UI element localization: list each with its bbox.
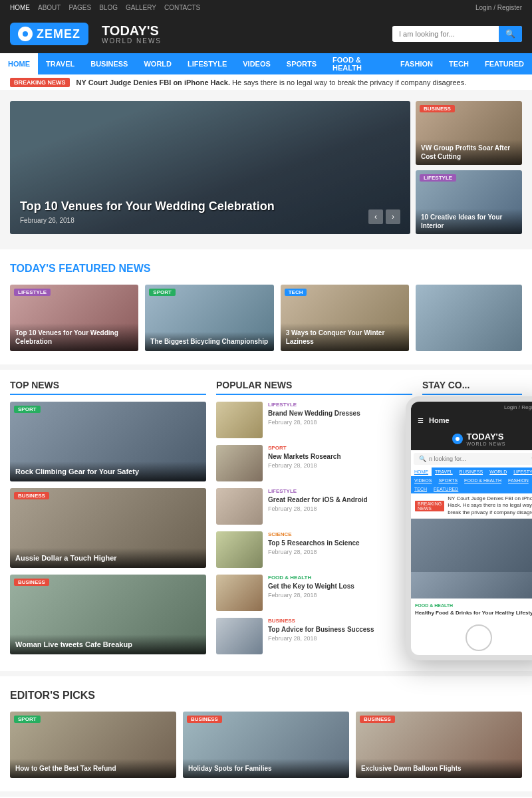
featured-card-2[interactable]: SPORT The Biggest Bicycling Championship bbox=[145, 285, 273, 351]
mob-nav-lifestyle[interactable]: LIFESTYLE bbox=[510, 467, 532, 476]
nav-lifestyle[interactable]: LIFESTYLE bbox=[180, 53, 235, 74]
featured-card-content-3: 3 Ways to Conquer Your Winter Laziness bbox=[281, 323, 409, 351]
breaking-news-bar: BREAKING NEWS NY Court Judge Denies FBI … bbox=[0, 74, 532, 91]
mob-nav-travel[interactable]: TRAVEL bbox=[432, 467, 456, 476]
popular-item-5[interactable]: FOOD & HEALTH Get the Key to Weight Loss… bbox=[216, 575, 412, 611]
popular-content-1: LIFESTYLE Brand New Wedding Dresses Febr… bbox=[268, 402, 412, 426]
nav-fashion[interactable]: FASHION bbox=[392, 53, 441, 74]
popular-news-column: POPULAR NEWS LIFESTYLE Brand New Wedding… bbox=[216, 380, 412, 661]
mob-login: Login / Register bbox=[504, 404, 532, 410]
topnav-contacts[interactable]: CONTACTS bbox=[164, 4, 200, 11]
search-input[interactable] bbox=[392, 27, 499, 41]
popular-img-5 bbox=[216, 575, 263, 611]
top-news-title: TOP NEWS bbox=[10, 380, 206, 395]
top-news-badge-3: BUSINESS bbox=[14, 579, 49, 586]
hero-prev-button[interactable]: ‹ bbox=[368, 209, 383, 224]
featured-card-4[interactable] bbox=[416, 285, 522, 351]
mob-home-button[interactable] bbox=[466, 624, 492, 651]
mob-breaking-label: BREAKING NEWS bbox=[415, 501, 444, 511]
mob-nav-food[interactable]: FOOD & HEALTH bbox=[461, 476, 505, 485]
top-news-card-1[interactable]: SPORT Rock Climbing Gear for Your Safety bbox=[10, 402, 206, 481]
mob-nav-videos[interactable]: VIDEOS bbox=[411, 476, 435, 485]
editor-content-2: Holiday Spots for Families bbox=[183, 759, 349, 778]
hero-side-cards: BUSINESS VW Group Profits Soar After Cos… bbox=[416, 101, 522, 234]
popular-item-6[interactable]: BUSINESS Top Advice for Business Success… bbox=[216, 618, 412, 654]
search-box: 🔍 bbox=[392, 26, 522, 42]
mob-logo-icon bbox=[452, 434, 463, 444]
topnav-blog[interactable]: BLOG bbox=[99, 4, 118, 11]
featured-badge-3: TECH bbox=[285, 289, 307, 296]
mob-home-bar: ☰ Home bbox=[411, 413, 532, 428]
nav-tech[interactable]: TECH bbox=[441, 53, 477, 74]
top-news-column: TOP NEWS SPORT Rock Climbing Gear for Yo… bbox=[10, 380, 206, 661]
mob-nav-sports[interactable]: SPORTS bbox=[435, 476, 461, 485]
featured-card-content-1: Top 10 Venues for Your Wedding Celebrati… bbox=[10, 323, 138, 351]
topnav-pages[interactable]: PAGES bbox=[68, 4, 91, 11]
nav-food[interactable]: FOOD & HEALTH bbox=[325, 53, 392, 74]
nav-world[interactable]: WORLD bbox=[136, 53, 180, 74]
editor-card-3[interactable]: BUSINESS Exclusive Dawn Balloon Flights bbox=[356, 712, 522, 778]
mob-content-img bbox=[411, 572, 532, 598]
nav-home[interactable]: HOME bbox=[0, 53, 38, 74]
mob-topbar: Login / Register bbox=[411, 402, 532, 413]
hero-side-card-1[interactable]: BUSINESS VW Group Profits Soar After Cos… bbox=[416, 101, 522, 165]
hero-main-title: Top 10 Venues for Your Wedding Celebrati… bbox=[20, 199, 400, 214]
topnav-about[interactable]: ABOUT bbox=[38, 4, 61, 11]
mob-nav-fashion[interactable]: FASHION bbox=[505, 476, 532, 485]
popular-img-4 bbox=[216, 531, 263, 568]
mob-navigation: HOME TRAVEL BUSINESS WORLD LIFESTYLE VID… bbox=[411, 467, 532, 493]
search-button[interactable]: 🔍 bbox=[499, 26, 522, 42]
topnav-home[interactable]: HOME bbox=[10, 4, 30, 11]
side-badge-2: LIFESTYLE bbox=[420, 174, 456, 182]
mob-header: TODAY'S WORLD NEWS bbox=[411, 428, 532, 450]
featured-card-3[interactable]: TECH 3 Ways to Conquer Your Winter Lazin… bbox=[281, 285, 409, 351]
nav-business[interactable]: BUSINESS bbox=[82, 53, 136, 74]
hero-side-content-2: 10 Creative Ideas for Your Interior bbox=[416, 209, 522, 234]
featured-badge-2: SPORT bbox=[149, 289, 176, 296]
mob-nav-business[interactable]: BUSINESS bbox=[456, 467, 486, 476]
site-title: TODAY'S WORLD NEWS bbox=[102, 24, 162, 45]
featured-news-section: TODAY'S FEATURED NEWS LIFESTYLE Top 10 V… bbox=[0, 249, 532, 364]
top-news-badge-2: BUSINESS bbox=[14, 492, 49, 499]
top-news-card-2[interactable]: BUSINESS Aussie Dollar a Touch Higher bbox=[10, 488, 206, 568]
topnav-gallery[interactable]: GALLERY bbox=[126, 4, 156, 11]
side-badge-1: BUSINESS bbox=[420, 105, 455, 112]
popular-item-4[interactable]: SCIENCE Top 5 Researchos in Science Febr… bbox=[216, 531, 412, 568]
popular-news-title: POPULAR NEWS bbox=[216, 380, 412, 395]
site-title-sub: WORLD NEWS bbox=[102, 37, 162, 45]
popular-item-2[interactable]: SPORT New Markets Rosearch February 28, … bbox=[216, 445, 412, 481]
breaking-news-text: NY Court Judge Denies FBI on iPhone Hack… bbox=[76, 78, 467, 86]
mob-nav-home[interactable]: HOME bbox=[411, 467, 432, 476]
editor-badge-3: BUSINESS bbox=[360, 716, 395, 723]
logo-icon bbox=[18, 27, 33, 41]
mob-nav-world[interactable]: WORLD bbox=[486, 467, 510, 476]
logo-text: ZEMEZ bbox=[37, 27, 80, 41]
editors-picks-title: EDITOR'S PICKS bbox=[10, 690, 522, 702]
popular-content-2: SPORT New Markets Rosearch February 28, … bbox=[268, 445, 412, 469]
nav-featured[interactable]: FEATURED bbox=[477, 53, 532, 74]
mob-search-input[interactable] bbox=[429, 456, 529, 462]
popular-item-3[interactable]: LIFESTYLE Great Reader for iOS & Android… bbox=[216, 488, 412, 525]
nav-travel[interactable]: TRAVEL bbox=[38, 53, 82, 74]
popular-img-6 bbox=[216, 618, 263, 654]
top-news-badge-1: SPORT bbox=[14, 406, 41, 413]
hero-side-card-2[interactable]: LIFESTYLE 10 Creative Ideas for Your Int… bbox=[416, 170, 522, 234]
hero-next-button[interactable]: › bbox=[386, 209, 400, 224]
hero-main-card[interactable]: Top 10 Venues for Your Wedding Celebrati… bbox=[10, 101, 410, 234]
hero-navigation: ‹ › bbox=[368, 209, 400, 224]
mob-nav-tech[interactable]: TECH bbox=[411, 485, 430, 493]
editor-card-1[interactable]: SPORT How to Get the Best Tax Refund bbox=[10, 712, 176, 778]
editor-card-2[interactable]: BUSINESS Holiday Spots for Families bbox=[183, 712, 349, 778]
mob-content-text: FOOD & HEALTH Healthy Food & Drinks for … bbox=[411, 598, 532, 620]
editor-content-3: Exclusive Dawn Balloon Flights bbox=[356, 759, 522, 778]
login-register-link[interactable]: Login / Register bbox=[475, 4, 522, 11]
nav-sports[interactable]: SPORTS bbox=[279, 53, 325, 74]
mob-nav-featured[interactable]: FEATURED bbox=[430, 485, 462, 493]
popular-item-1[interactable]: LIFESTYLE Brand New Wedding Dresses Febr… bbox=[216, 402, 412, 438]
nav-videos[interactable]: VIDEOS bbox=[235, 53, 279, 74]
logo[interactable]: ZEMEZ bbox=[10, 23, 88, 45]
featured-card-1[interactable]: LIFESTYLE Top 10 Venues for Your Wedding… bbox=[10, 285, 138, 351]
mob-search-icon: 🔍 bbox=[419, 456, 426, 462]
mobile-preview: Login / Register ☰ Home TODAY'S WORLD NE… bbox=[406, 396, 532, 660]
top-news-card-3[interactable]: BUSINESS Woman Live tweets Cafe Breakup bbox=[10, 575, 206, 654]
